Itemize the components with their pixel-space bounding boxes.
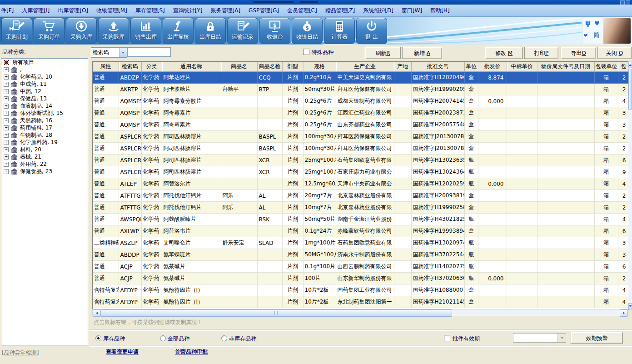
tree-item-7[interactable]: +天然药物, 16 [1, 117, 88, 124]
expand-plus-icon[interactable]: + [4, 67, 9, 72]
footer-link-1[interactable]: 首营品种审批 [175, 348, 208, 356]
tree-item-1[interactable]: +化学药品, 10 [1, 73, 88, 80]
expand-plus-icon[interactable]: + [4, 162, 9, 167]
menu-item-9[interactable]: 赠品管理[Z] [321, 7, 359, 15]
column-header-8[interactable]: 生产企业 [336, 62, 394, 72]
cashier-daily-close-button[interactable]: $收银日结 [292, 18, 323, 44]
menu-item-1[interactable]: 入库管理[I] [18, 7, 54, 15]
tree-item-3[interactable]: +中药, 12 [1, 88, 88, 95]
abnormal-check-link[interactable]: [品种异常检测] [2, 349, 39, 357]
calculator-button[interactable]: 计算器 [324, 18, 355, 44]
tree-item-2[interactable]: +中成药, 11 [1, 80, 88, 88]
table-row[interactable]: 普通AWSPQP化学药阿魏酸哌嗪片BSK片剂50mg*50片湖南千金湘江药业股份… [93, 214, 629, 225]
table-row[interactable]: 普通ASPLCRP化学药阿司匹林肠溶片BASPL片剂100mg*30片拜耳医药保… [93, 143, 629, 155]
expand-plus-icon[interactable]: + [4, 155, 9, 160]
table-row[interactable]: 普通AQMSP化学药阿奇霉素片片剂0.25g*6片江西汇仁药业有限公司国药准字H… [93, 107, 629, 119]
table-row[interactable]: 含特药复方AFDYP化学药氨酚待因片（I）片剂10片*2板东北制药集团沈阳第一国… [93, 296, 629, 308]
horizontal-scroll-thumb[interactable] [100, 309, 452, 317]
print-button[interactable]: 打印P [524, 47, 558, 59]
column-header-9[interactable]: 产地 [394, 62, 411, 72]
tree-item-6[interactable]: +体外诊断试剂, 15 [1, 110, 88, 117]
expand-plus-icon[interactable]: + [4, 104, 9, 109]
tree-root-all-items[interactable]: 所有项目 [1, 59, 88, 66]
menu-item-2[interactable]: 出库管理[O] [54, 7, 92, 15]
horizontal-scrollbar[interactable] [92, 309, 628, 316]
expand-plus-icon[interactable]: + [4, 89, 9, 94]
menu-item-11[interactable]: 窗口[W] [398, 7, 426, 15]
table-row[interactable]: 普通AQMSFSP化学药阿奇霉素分散片片剂0.25g*6片成都天银制药有限公司国… [93, 95, 629, 107]
exit-button[interactable]: 退 出 [356, 18, 387, 44]
purchase-inbound-button[interactable]: 采购入库 [66, 18, 97, 44]
footer-link-0[interactable]: 查看变更申请 [106, 348, 139, 356]
menu-item-10[interactable]: 系统维护[D] [359, 7, 398, 15]
menu-item-12[interactable]: 帮助[H] [426, 7, 453, 15]
table-row[interactable]: 普通ASPLCRP化学药阿司匹林肠溶片XCR片剂25mg*100片石家庄康力药业… [93, 166, 629, 178]
refresh-button[interactable]: 刷新R [365, 47, 401, 59]
menu-item-4[interactable]: 库存管理[S] [131, 7, 169, 15]
tree-item-8[interactable]: +药用辅料, 17 [1, 124, 88, 131]
table-row[interactable]: 普通ATFTTGP化学药阿托伐他汀钙片阿乐AL片剂20mg*7片北京嘉林药业股份… [93, 190, 629, 202]
tree-item-11[interactable]: +材料, 20 [1, 146, 88, 153]
table-row[interactable]: 普通ATLEP化学药阿替洛尔片片剂12.5mg*60片天津市中央药业有限公国药准… [93, 178, 629, 190]
table-row[interactable]: 二类精神药ASZLP化学药艾司唑仑片舒乐安定SLAD片剂1mg*100片石药集团… [93, 237, 629, 249]
modify-button[interactable]: 修改 M [485, 47, 523, 59]
column-header-10[interactable]: 批准文号 [411, 62, 464, 72]
expand-plus-icon[interactable]: + [4, 96, 9, 101]
menu-item-8[interactable]: 会员管理[C] [283, 7, 321, 15]
tree-item-0[interactable]: +, [1, 66, 88, 73]
table-row[interactable]: 普通ACJP化学药氨茶碱片片剂100片山东新华制药股份有限国药准字H370206… [93, 273, 629, 284]
column-header-3[interactable]: 通用名称 [162, 62, 221, 72]
table-row[interactable]: 普通ABDZP化学药阿苯达唑片CCQ片剂0.2g*10片中美天津史克制药有限国药… [93, 72, 629, 84]
radio-库存品种[interactable] [95, 335, 101, 341]
search-field-combobox[interactable]: 检索码 [91, 47, 127, 58]
transport-record-button[interactable]: 运输记录 [227, 18, 258, 44]
table-row[interactable]: 含特药复方AFDYP化学药氨酚待因片（I）片剂10片*2板国药集团工业有限公司国… [93, 284, 629, 296]
purchase-plan-button[interactable]: H采购计划 [1, 18, 32, 44]
table-row[interactable]: 普通ATFTTGP化学药阿托伐他汀钙片阿乐AL片剂10mg*7片北京嘉林药业股份… [93, 202, 629, 214]
chevron-down-icon[interactable] [119, 48, 127, 57]
expand-plus-icon[interactable]: + [4, 75, 9, 80]
expand-plus-icon[interactable]: + [4, 125, 9, 130]
expiry-combobox[interactable] [513, 333, 566, 343]
column-header-16[interactable]: 包 [618, 62, 629, 72]
column-header-1[interactable]: 检索码 [119, 62, 141, 72]
table-row[interactable]: 普通ASPLCRP化学药阿司匹林肠溶片BASPL片剂100mg*30片拜耳医药保… [93, 131, 629, 143]
vertical-scrollbar[interactable] [628, 61, 632, 309]
column-header-11[interactable]: 单位 [464, 62, 478, 72]
expand-plus-icon[interactable]: + [4, 147, 9, 152]
expand-plus-icon[interactable]: + [4, 82, 9, 87]
column-header-12[interactable]: 批发价 [478, 62, 507, 72]
purchase-order-button[interactable]: 采购订单 [34, 18, 65, 44]
special-items-checkbox[interactable] [303, 49, 309, 55]
purchase-return-button[interactable]: 采购退库 [98, 18, 129, 44]
expand-plus-icon[interactable]: + [4, 169, 9, 174]
scroll-right-icon[interactable] [620, 309, 628, 317]
outbound-daily-close-button[interactable]: 出库日结 [195, 18, 226, 44]
tree-item-4[interactable]: +保健品, 13 [1, 95, 88, 102]
column-header-15[interactable]: 包装单位 [594, 62, 618, 72]
sales-outbound-button[interactable]: 销售出库 [130, 18, 161, 44]
column-header-5[interactable]: 商品名检 [257, 62, 282, 72]
table-row[interactable]: 普通AQMSP化学药阿奇霉素片片剂0.25g*6片山东齐都药业有限公司国药准字H… [93, 119, 629, 131]
radio-非库存品种[interactable] [221, 335, 227, 341]
tree-item-12[interactable]: +器械, 21 [1, 153, 88, 160]
menu-item-5[interactable]: 查询统计[Y] [169, 7, 207, 15]
column-header-2[interactable]: 分类 [141, 62, 162, 72]
expand-plus-icon[interactable]: + [4, 140, 9, 145]
expand-plus-icon[interactable]: + [4, 111, 9, 116]
cashier-button[interactable]: $收银台 [259, 18, 290, 44]
close-button[interactable]: 关闭 Q [597, 47, 632, 59]
batch-validity-checkbox[interactable] [444, 335, 450, 341]
column-header-13[interactable]: 中标单价 [507, 62, 537, 72]
expand-plus-icon[interactable]: + [4, 118, 9, 123]
menu-item-0[interactable]: 件[F] [0, 7, 18, 15]
table-row[interactable]: 普通ACJP化学药氨茶碱片片剂0.1g*100片山西云鹏制药有限公司国药准字H1… [93, 261, 629, 273]
vertical-scroll-thumb[interactable] [628, 69, 632, 110]
add-button[interactable]: 新增 A [402, 47, 442, 59]
tree-item-13[interactable]: +外用药, 22 [1, 160, 88, 168]
radio-全部品种[interactable] [160, 335, 166, 341]
expiry-warning-button[interactable]: 效期预警 [571, 332, 623, 344]
tree-item-5[interactable]: +血液制品, 14 [1, 102, 88, 110]
menu-item-7[interactable]: GSP管理[G] [244, 7, 283, 15]
column-header-6[interactable]: 剂型 [282, 62, 303, 72]
